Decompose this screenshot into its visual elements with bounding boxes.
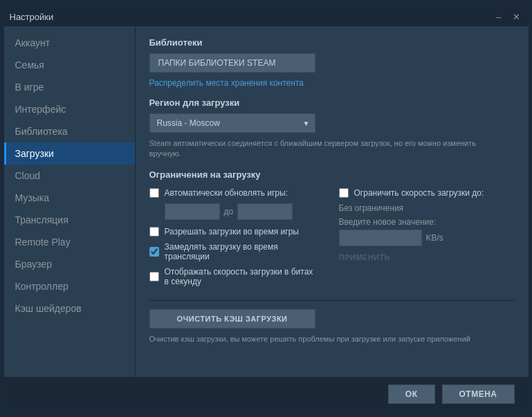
restrictions-grid: Автоматически обновлять игры: до Разреша… [149, 188, 515, 292]
main-content: Библиотеки ПАПКИ БИБЛИОТЕКИ STEAM Распре… [136, 26, 529, 377]
minimize-button[interactable]: – [493, 10, 504, 24]
auto-update-checkbox[interactable] [149, 188, 159, 198]
sidebar-item-cloud[interactable]: Cloud [4, 165, 135, 187]
titlebar-controls: – ✕ [493, 10, 522, 24]
region-section: Регион для загрузки Russia - MoscowRussi… [149, 98, 515, 160]
show-bits-checkbox[interactable] [149, 272, 159, 281]
clear-cache-button[interactable]: ОЧИСТИТЬ КЭШ ЗАГРУЗКИ [149, 309, 315, 328]
sidebar-item-music[interactable]: Музыка [4, 187, 135, 209]
kbs-row: KB/s [339, 230, 515, 246]
show-bits-label: Отображать скорость загрузки в битах в с… [165, 267, 318, 286]
ok-button[interactable]: ОК [388, 384, 435, 404]
sidebar-item-browser[interactable]: Браузер [4, 253, 135, 275]
sidebar-item-broadcast[interactable]: Трансляция [4, 209, 135, 231]
kbs-unit-label: KB/s [426, 233, 443, 243]
sidebar-item-controller[interactable]: Контроллер [4, 275, 135, 297]
throttle-checkbox[interactable] [149, 247, 159, 257]
limit-speed-label: Ограничить скорость загрузки до: [354, 188, 484, 198]
update-from-input[interactable] [165, 203, 220, 220]
allow-during-game-label: Разрешать загрузки во время игры [165, 227, 299, 237]
sidebar-item-library[interactable]: Библиотека [4, 120, 135, 142]
cancel-button[interactable]: ОТМЕНА [442, 384, 515, 404]
clear-cache-info: Очистив кэш загрузки, вы можете решить п… [149, 334, 495, 344]
library-folders-button[interactable]: ПАПКИ БИБЛИОТЕКИ STEAM [149, 53, 315, 73]
update-to-input[interactable] [237, 203, 293, 220]
auto-update-row: Автоматически обновлять игры: [149, 188, 318, 198]
libraries-title: Библиотеки [149, 37, 515, 48]
throttle-label: Замедлять загрузку во время трансляции [165, 242, 318, 261]
kbs-input[interactable] [339, 230, 422, 246]
sidebar-item-shader[interactable]: Кэш шейдеров [4, 297, 135, 319]
sidebar-item-interface[interactable]: Интерфейс [4, 98, 135, 120]
restrictions-right: Ограничить скорость загрузки до: Без огр… [332, 188, 515, 292]
distribute-link[interactable]: Распределить места хранения контента [149, 78, 515, 88]
apply-button[interactable]: ПРИМЕНИТЬ [339, 253, 391, 261]
dialog-body: Аккаунт Семья В игре Интерфейс Библиотек… [4, 26, 529, 377]
sidebar-item-account[interactable]: Аккаунт [4, 32, 135, 54]
sidebar: Аккаунт Семья В игре Интерфейс Библиотек… [4, 26, 136, 377]
settings-dialog: Настройки – ✕ Аккаунт Семья В игре Интер… [3, 6, 529, 411]
до-label: до [224, 207, 234, 216]
update-input-row: до [149, 203, 318, 220]
auto-update-label: Автоматически обновлять игры: [165, 188, 288, 198]
allow-during-game-checkbox[interactable] [149, 227, 159, 237]
dialog-footer: ОК ОТМЕНА [4, 377, 529, 410]
region-title: Регион для загрузки [149, 98, 515, 108]
sidebar-item-remoteplay[interactable]: Remote Play [4, 231, 135, 253]
no-limit-text: Без ограничения [339, 203, 515, 213]
show-bits-row: Отображать скорость загрузки в битах в с… [149, 267, 318, 286]
divider [149, 300, 515, 301]
region-info-text: Steam автоматически соединяется с ближай… [149, 138, 495, 160]
sidebar-item-downloads[interactable]: Загрузки [4, 142, 135, 165]
dialog-title: Настройки [10, 12, 54, 22]
restrictions-left: Автоматически обновлять игры: до Разреша… [149, 188, 332, 292]
limit-speed-row: Ограничить скорость загрузки до: [339, 188, 515, 198]
close-button[interactable]: ✕ [510, 10, 523, 24]
region-select-wrapper: Russia - MoscowRussia - Saint Petersburg… [149, 113, 315, 133]
region-select[interactable]: Russia - MoscowRussia - Saint Petersburg… [149, 113, 315, 133]
titlebar: Настройки – ✕ [4, 7, 529, 26]
throttle-row: Замедлять загрузку во время трансляции [149, 242, 318, 261]
new-value-label: Введите новое значение: [339, 217, 515, 227]
sidebar-item-family[interactable]: Семья [4, 54, 135, 76]
limit-speed-checkbox[interactable] [339, 188, 349, 198]
sidebar-item-ingame[interactable]: В игре [4, 76, 135, 98]
restrictions-title: Ограничения на загрузку [149, 169, 515, 180]
allow-during-game-row: Разрешать загрузки во время игры [149, 227, 318, 237]
